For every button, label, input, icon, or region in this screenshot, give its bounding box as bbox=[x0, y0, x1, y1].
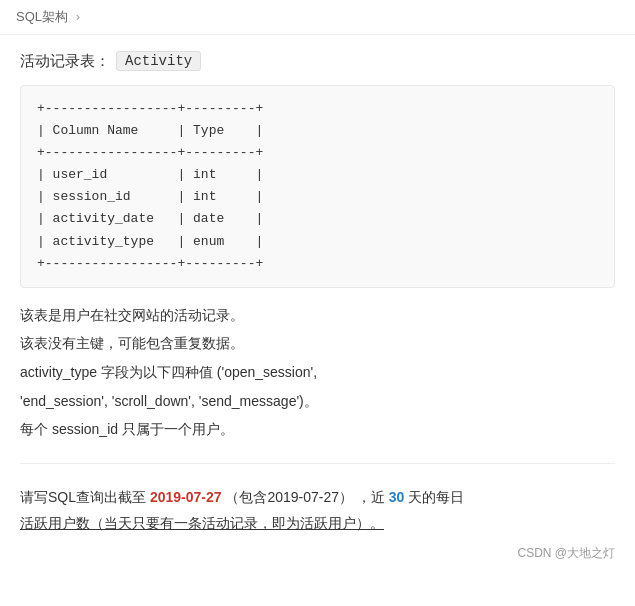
desc-line2: 该表没有主键，可能包含重复数据。 bbox=[20, 330, 615, 357]
description-area: 该表是用户在社交网站的活动记录。 该表没有主键，可能包含重复数据。 activi… bbox=[20, 302, 615, 443]
source-line: CSDN @大地之灯 bbox=[20, 545, 615, 562]
divider bbox=[20, 463, 615, 464]
question-suffix: 天的每日 bbox=[408, 489, 464, 505]
desc-line3: activity_type 字段为以下四种值 ('open_session', bbox=[20, 359, 615, 386]
breadcrumb-root: SQL架构 bbox=[16, 9, 68, 24]
breadcrumb-separator: › bbox=[76, 9, 80, 24]
question-line1: 请写SQL查询出截至 2019-07-27 （包含2019-07-27） ，近 … bbox=[20, 484, 615, 511]
question-middle: ，近 bbox=[357, 489, 385, 505]
question-date-paren: （包含2019-07-27） bbox=[225, 489, 353, 505]
breadcrumb: SQL架构 › bbox=[0, 0, 635, 35]
main-content: 活动记录表： Activity +-----------------+-----… bbox=[0, 35, 635, 578]
table-name-badge: Activity bbox=[116, 51, 201, 71]
question-days: 30 bbox=[389, 489, 405, 505]
question-line2: 活跃用户数（当天只要有一条活动记录，即为活跃用户）。 bbox=[20, 510, 615, 537]
question-prefix: 请写SQL查询出截至 bbox=[20, 489, 146, 505]
question-area: 请写SQL查询出截至 2019-07-27 （包含2019-07-27） ，近 … bbox=[20, 484, 615, 537]
question-date: 2019-07-27 bbox=[150, 489, 222, 505]
desc-line1: 该表是用户在社交网站的活动记录。 bbox=[20, 302, 615, 329]
desc-line5: 每个 session_id 只属于一个用户。 bbox=[20, 416, 615, 443]
desc-line4: 'end_session', 'scroll_down', 'send_mess… bbox=[20, 388, 615, 415]
schema-table: +-----------------+---------+ | Column N… bbox=[20, 85, 615, 288]
table-title-label: 活动记录表： bbox=[20, 52, 110, 71]
table-title-row: 活动记录表： Activity bbox=[20, 51, 615, 71]
question-line2-text: 活跃用户数（当天只要有一条活动记录，即为活跃用户）。 bbox=[20, 515, 384, 531]
